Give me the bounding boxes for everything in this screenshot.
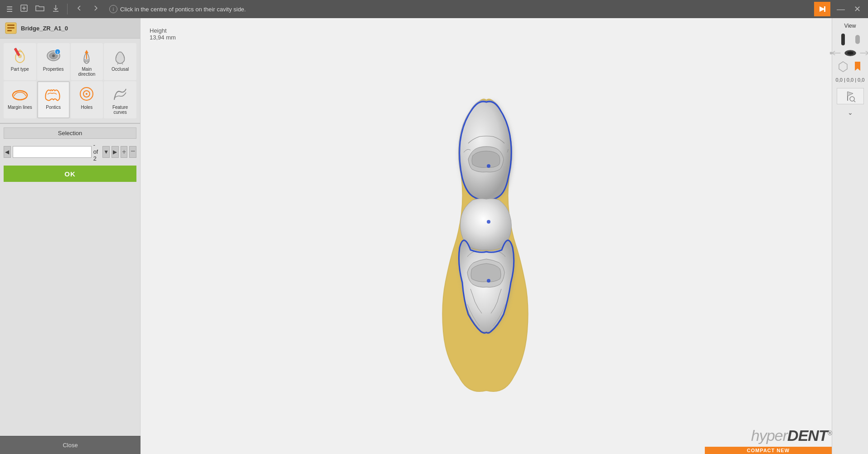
file-icon <box>5 22 17 34</box>
svg-marker-19 <box>85 50 88 53</box>
tool-properties-label: Properties <box>43 67 64 72</box>
tool-holes-label: Holes <box>81 105 93 110</box>
height-value: 13,94 mm <box>150 34 176 41</box>
selection-controls: ◀ - of 2 ▼ ▶ + − <box>4 142 136 162</box>
tool-pontics-icon <box>44 85 63 103</box>
tool-properties[interactable]: i Properties <box>37 43 70 80</box>
svg-rect-9 <box>7 27 15 29</box>
menu-icon[interactable]: ☰ <box>5 3 15 15</box>
view-left-icon[interactable] <box>829 48 842 58</box>
selection-title: Selection <box>4 127 136 139</box>
view-row-mid <box>829 48 868 58</box>
close-button[interactable]: Close <box>0 436 141 454</box>
logo-text-light: hyper <box>751 427 787 444</box>
tool-occlusal-icon <box>111 47 130 65</box>
height-info: Height 13,94 mm <box>150 27 176 41</box>
view-coords: 0,0 | 0,0 | 0,0 <box>836 77 865 83</box>
top-bar: ☰ i Click in the centre of pontics on th… <box>0 0 868 18</box>
svg-rect-12 <box>14 48 20 56</box>
tool-feature-curves-label: Feature curves <box>107 105 134 115</box>
forward-btn[interactable] <box>89 3 102 15</box>
logo-text: hyperDENT® <box>751 427 832 444</box>
hyperdent-logo: hyperDENT® COMPACT NEW <box>705 427 832 454</box>
tool-main-direction[interactable]: Main direction <box>71 43 103 80</box>
view-row-bottom <box>837 62 864 72</box>
close-btn-top[interactable]: ✕ <box>851 2 863 16</box>
view-row-top <box>837 34 864 44</box>
tool-feature-curves[interactable]: Feature curves <box>104 81 136 118</box>
tool-holes[interactable]: Holes <box>71 81 103 118</box>
tool-part-type-icon <box>10 47 29 65</box>
selection-next-btn[interactable]: ▶ <box>112 146 119 158</box>
tool-feature-curves-icon <box>111 85 130 103</box>
selection-minus-btn[interactable]: − <box>129 146 136 158</box>
view-front-icon[interactable] <box>837 34 849 44</box>
chevron-down-icon[interactable]: ⌄ <box>848 109 853 116</box>
svg-rect-20 <box>84 60 89 62</box>
download-icon[interactable] <box>50 2 62 16</box>
selection-prev-btn[interactable]: ◀ <box>4 146 11 158</box>
svg-text:i: i <box>57 50 58 54</box>
logo-badge: COMPACT NEW <box>705 447 832 454</box>
view-label: View <box>844 23 856 29</box>
back-btn[interactable] <box>73 3 86 15</box>
new-icon[interactable] <box>18 2 30 16</box>
svg-line-22 <box>122 63 123 64</box>
right-panel: View <box>832 18 868 454</box>
svg-rect-10 <box>7 30 12 31</box>
tool-occlusal-label: Occlusal <box>112 67 129 72</box>
tool-properties-icon: i <box>44 47 63 65</box>
tool-pontics[interactable]: Pontics <box>37 81 70 118</box>
selection-of-text: - of 2 <box>93 142 101 162</box>
tool-margin-lines[interactable]: Margin lines <box>4 81 36 118</box>
file-title: Bridge_ZR_A1_0 <box>21 25 68 32</box>
tool-part-type-label: Part type <box>11 67 29 72</box>
tooth-3d-model[interactable] <box>418 78 554 395</box>
svg-point-29 <box>487 220 490 224</box>
svg-rect-31 <box>841 34 845 45</box>
orange-action-btn[interactable] <box>814 2 830 16</box>
separator <box>67 4 68 15</box>
svg-rect-33 <box>829 52 832 54</box>
tool-margin-lines-label: Margin lines <box>8 105 32 110</box>
height-label: Height <box>150 27 176 34</box>
logo-reg: ® <box>828 430 832 437</box>
minimize-btn[interactable]: — <box>834 3 848 16</box>
svg-point-28 <box>487 164 490 168</box>
info-icon: i <box>109 5 117 13</box>
tool-pontics-label: Pontics <box>46 105 61 110</box>
left-panel: Bridge_ZR_A1_0 Part type <box>0 18 141 454</box>
selection-plus-btn[interactable]: + <box>121 146 128 158</box>
logo-text-bold: DENT <box>787 427 828 444</box>
tool-grid: Part type i Properties <box>0 39 140 123</box>
svg-line-38 <box>854 101 855 102</box>
view-search-area[interactable] <box>837 88 864 104</box>
view-bookmark-icon[interactable] <box>851 62 864 72</box>
tool-margin-lines-icon <box>10 85 29 103</box>
file-header: Bridge_ZR_A1_0 <box>0 18 140 39</box>
selection-down-btn[interactable]: ▼ <box>102 146 110 158</box>
info-message-area: i Click in the centre of pontics on thei… <box>109 5 246 13</box>
svg-point-30 <box>487 279 490 283</box>
svg-rect-8 <box>7 24 15 26</box>
view-top-icon[interactable] <box>844 48 857 58</box>
tool-part-type[interactable]: Part type <box>4 43 36 80</box>
folder-icon[interactable] <box>34 3 46 15</box>
selection-input[interactable] <box>13 146 92 158</box>
tool-main-direction-label: Main direction <box>73 67 101 77</box>
view-right-icon[interactable] <box>858 48 868 58</box>
info-message: Click in the centre of pontics on their … <box>120 6 246 13</box>
viewport: Height 13,94 mm <box>141 18 832 454</box>
view-iso-left-icon[interactable] <box>837 62 849 72</box>
view-side-icon[interactable] <box>851 34 864 44</box>
svg-rect-6 <box>824 6 825 12</box>
svg-point-15 <box>52 54 55 57</box>
svg-point-37 <box>850 97 854 101</box>
svg-line-21 <box>117 63 118 64</box>
top-bar-right: — ✕ <box>814 2 863 16</box>
tool-occlusal[interactable]: Occlusal <box>104 43 136 80</box>
svg-rect-32 <box>855 35 860 44</box>
selection-panel: Selection ◀ - of 2 ▼ ▶ + − OK <box>0 123 140 186</box>
tool-main-direction-icon <box>77 47 96 65</box>
ok-button[interactable]: OK <box>4 166 136 182</box>
